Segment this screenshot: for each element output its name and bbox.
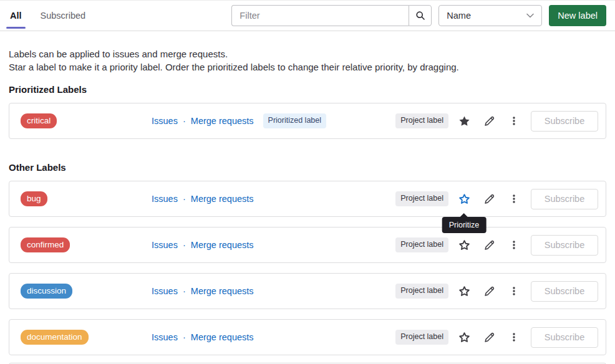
project-label-badge: Project label <box>395 284 448 299</box>
project-label-badge: Project label <box>395 113 448 128</box>
star-filled-icon <box>458 115 470 127</box>
star-outline-icon <box>458 239 470 251</box>
subscribe-button[interactable]: Subscribe <box>531 281 598 302</box>
label-options-button[interactable] <box>505 236 523 254</box>
tab-subscribed[interactable]: Subscribed <box>39 1 87 31</box>
project-label-badge: Project label <box>395 237 448 252</box>
subscribe-button[interactable]: Subscribe <box>531 235 598 256</box>
subscribe-button[interactable]: Subscribe <box>531 327 598 348</box>
subscribe-button[interactable]: Subscribe <box>531 189 598 209</box>
labels-tabs: All Subscribed <box>9 1 87 31</box>
label-links: Issues · Merge requests <box>152 240 254 250</box>
merge-requests-link[interactable]: Merge requests <box>191 240 254 250</box>
label-row-discussion: discussion Issues · Merge requests Proje… <box>9 273 606 309</box>
issues-link[interactable]: Issues <box>152 286 178 296</box>
prioritize-star-button[interactable]: Prioritize <box>455 189 473 208</box>
other-labels-heading: Other Labels <box>9 162 606 173</box>
ellipsis-vertical-icon <box>509 240 519 250</box>
label-row-documentation: documentation Issues · Merge requests Pr… <box>9 319 606 355</box>
label-pill-documentation[interactable]: documentation <box>21 330 89 345</box>
prioritize-star-button[interactable] <box>455 328 473 347</box>
sort-value: Name <box>447 11 471 21</box>
ellipsis-vertical-icon <box>509 194 519 204</box>
label-pill-bug[interactable]: bug <box>21 191 47 207</box>
ellipsis-vertical-icon <box>509 286 519 296</box>
project-label-badge: Project label <box>395 330 448 345</box>
label-links: Issues · Merge requests <box>152 116 254 126</box>
sort-dropdown[interactable]: Name <box>438 5 542 26</box>
merge-requests-link[interactable]: Merge requests <box>191 116 254 126</box>
label-links: Issues · Merge requests <box>152 194 254 204</box>
subscribe-button[interactable]: Subscribe <box>531 111 598 132</box>
filter-input[interactable] <box>231 5 409 26</box>
issues-link[interactable]: Issues <box>152 240 178 250</box>
edit-label-button[interactable] <box>480 189 498 208</box>
merge-requests-link[interactable]: Merge requests <box>191 194 254 204</box>
pencil-icon <box>484 332 495 343</box>
pencil-icon <box>484 116 495 127</box>
label-options-button[interactable] <box>505 282 523 300</box>
label-links: Issues · Merge requests <box>152 332 254 342</box>
pencil-icon <box>484 286 495 297</box>
unprioritize-star-button[interactable] <box>455 112 473 130</box>
chevron-down-icon <box>526 13 534 18</box>
pencil-icon <box>484 240 495 251</box>
label-pill-critical[interactable]: critical <box>21 113 57 129</box>
new-label-button[interactable]: New label <box>549 5 606 26</box>
prioritized-label-badge: Prioritized label <box>263 113 326 128</box>
issues-link[interactable]: Issues <box>152 194 178 204</box>
label-row-critical: critical Issues · Merge requests Priorit… <box>9 103 606 139</box>
issues-link[interactable]: Issues <box>152 116 178 126</box>
ellipsis-vertical-icon <box>509 116 519 126</box>
label-row-confirmed: confirmed Issues · Merge requests Projec… <box>9 227 606 263</box>
label-links: Issues · Merge requests <box>152 286 254 296</box>
label-row-bug: bug Issues · Merge requests Project labe… <box>9 181 606 217</box>
project-label-badge: Project label <box>395 191 448 206</box>
prioritize-star-button[interactable] <box>455 282 473 300</box>
labels-toolbar: All Subscribed Name New label <box>0 0 615 31</box>
star-outline-icon <box>458 193 470 205</box>
edit-label-button[interactable] <box>480 328 498 347</box>
label-options-button[interactable] <box>505 189 523 208</box>
merge-requests-link[interactable]: Merge requests <box>191 286 254 296</box>
star-outline-icon <box>458 332 470 343</box>
tab-all[interactable]: All <box>9 1 23 31</box>
intro-text: Labels can be applied to issues and merg… <box>9 47 606 74</box>
label-options-button[interactable] <box>505 328 523 347</box>
issues-link[interactable]: Issues <box>152 332 178 342</box>
filter-group <box>231 5 432 26</box>
pencil-icon <box>484 194 495 204</box>
label-pill-confirmed[interactable]: confirmed <box>21 237 70 253</box>
star-outline-icon <box>458 285 470 297</box>
prioritize-star-button[interactable] <box>455 236 473 254</box>
search-button[interactable] <box>409 5 432 26</box>
toolbar-controls: Name New label <box>231 5 606 26</box>
edit-label-button[interactable] <box>480 236 498 254</box>
merge-requests-link[interactable]: Merge requests <box>191 332 254 342</box>
labels-content: Labels can be applied to issues and merg… <box>0 31 615 364</box>
intro-line-2: Star a label to make it a priority label… <box>9 62 459 72</box>
edit-label-button[interactable] <box>480 282 498 300</box>
intro-line-1: Labels can be applied to issues and merg… <box>9 49 228 59</box>
search-icon <box>415 11 425 21</box>
ellipsis-vertical-icon <box>509 332 519 342</box>
label-pill-discussion[interactable]: discussion <box>21 284 72 299</box>
prioritize-tooltip: Prioritize <box>442 217 487 233</box>
prioritized-labels-heading: Prioritized Labels <box>9 84 606 95</box>
edit-label-button[interactable] <box>480 112 498 130</box>
label-options-button[interactable] <box>505 112 523 130</box>
